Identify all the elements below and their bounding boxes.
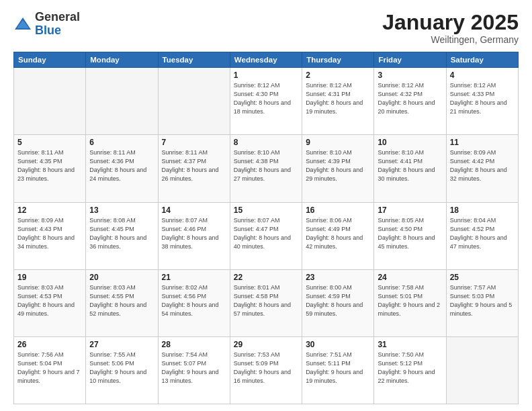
table-row: 4Sunrise: 8:12 AMSunset: 4:33 PMDaylight…: [446, 68, 518, 135]
table-row: [14, 68, 86, 135]
table-row: 24Sunrise: 7:58 AMSunset: 5:01 PMDayligh…: [374, 269, 446, 336]
day-info: Sunrise: 8:11 AMSunset: 4:35 PMDaylight:…: [17, 148, 82, 183]
logo-blue: Blue: [35, 24, 61, 37]
table-row: 20Sunrise: 8:03 AMSunset: 4:55 PMDayligh…: [86, 269, 158, 336]
day-info: Sunrise: 8:11 AMSunset: 4:37 PMDaylight:…: [162, 148, 226, 183]
day-number: 9: [306, 138, 370, 147]
day-info: Sunrise: 8:09 AMSunset: 4:43 PMDaylight:…: [17, 216, 82, 251]
day-number: 4: [450, 71, 515, 80]
day-info: Sunrise: 7:54 AMSunset: 5:07 PMDaylight:…: [162, 351, 226, 385]
day-number: 25: [450, 273, 515, 282]
header-monday: Monday: [86, 52, 158, 68]
calendar-week-row: 26Sunrise: 7:56 AMSunset: 5:04 PMDayligh…: [14, 336, 519, 404]
day-number: 22: [234, 273, 298, 282]
table-row: 22Sunrise: 8:01 AMSunset: 4:58 PMDayligh…: [230, 269, 302, 336]
day-info: Sunrise: 8:09 AMSunset: 4:42 PMDaylight:…: [450, 148, 515, 183]
day-number: 23: [306, 273, 370, 282]
day-info: Sunrise: 8:03 AMSunset: 4:53 PMDaylight:…: [17, 283, 82, 318]
day-info: Sunrise: 8:00 AMSunset: 4:59 PMDaylight:…: [306, 283, 370, 318]
day-info: Sunrise: 8:12 AMSunset: 4:31 PMDaylight:…: [306, 81, 370, 116]
day-info: Sunrise: 8:08 AMSunset: 4:45 PMDaylight:…: [89, 216, 154, 251]
header-tuesday: Tuesday: [158, 52, 230, 68]
day-number: 17: [378, 205, 442, 215]
day-info: Sunrise: 7:56 AMSunset: 5:04 PMDaylight:…: [17, 351, 82, 385]
day-number: 15: [234, 205, 298, 215]
day-info: Sunrise: 8:04 AMSunset: 4:52 PMDaylight:…: [450, 216, 515, 251]
header-saturday: Saturday: [446, 52, 518, 68]
table-row: 5Sunrise: 8:11 AMSunset: 4:35 PMDaylight…: [14, 135, 86, 202]
logo-text: General Blue: [35, 11, 80, 38]
table-row: 14Sunrise: 8:07 AMSunset: 4:46 PMDayligh…: [158, 202, 230, 269]
table-row: 30Sunrise: 7:51 AMSunset: 5:11 PMDayligh…: [302, 336, 374, 404]
day-info: Sunrise: 7:57 AMSunset: 5:03 PMDaylight:…: [450, 283, 515, 318]
table-row: 19Sunrise: 8:03 AMSunset: 4:53 PMDayligh…: [14, 269, 86, 336]
table-row: 18Sunrise: 8:04 AMSunset: 4:52 PMDayligh…: [446, 202, 518, 269]
day-number: 11: [450, 138, 515, 147]
calendar-week-row: 1Sunrise: 8:12 AMSunset: 4:30 PMDaylight…: [14, 68, 519, 135]
day-number: 2: [306, 71, 370, 80]
day-number: 3: [378, 71, 442, 80]
day-number: 1: [234, 71, 298, 80]
day-number: 28: [162, 340, 226, 349]
table-row: 8Sunrise: 8:10 AMSunset: 4:38 PMDaylight…: [230, 135, 302, 202]
table-row: 6Sunrise: 8:11 AMSunset: 4:36 PMDaylight…: [86, 135, 158, 202]
day-number: 31: [378, 340, 442, 349]
logo-icon: [13, 15, 32, 34]
day-info: Sunrise: 8:12 AMSunset: 4:33 PMDaylight:…: [450, 81, 515, 116]
day-info: Sunrise: 7:58 AMSunset: 5:01 PMDaylight:…: [378, 283, 442, 318]
day-number: 21: [162, 273, 226, 282]
day-number: 26: [17, 340, 82, 349]
day-info: Sunrise: 8:12 AMSunset: 4:30 PMDaylight:…: [234, 81, 298, 116]
day-number: 18: [450, 205, 515, 215]
day-number: 6: [89, 138, 154, 147]
day-number: 20: [89, 273, 154, 282]
table-row: 7Sunrise: 8:11 AMSunset: 4:37 PMDaylight…: [158, 135, 230, 202]
title-block: January 2025 Weiltingen, Germany: [382, 11, 519, 45]
table-row: 11Sunrise: 8:09 AMSunset: 4:42 PMDayligh…: [446, 135, 518, 202]
day-number: 7: [162, 138, 226, 147]
header-thursday: Thursday: [302, 52, 374, 68]
table-row: 12Sunrise: 8:09 AMSunset: 4:43 PMDayligh…: [14, 202, 86, 269]
table-row: 31Sunrise: 7:50 AMSunset: 5:12 PMDayligh…: [374, 336, 446, 404]
location: Weiltingen, Germany: [382, 34, 519, 45]
day-number: 16: [306, 205, 370, 215]
table-row: 10Sunrise: 8:10 AMSunset: 4:41 PMDayligh…: [374, 135, 446, 202]
table-row: 13Sunrise: 8:08 AMSunset: 4:45 PMDayligh…: [86, 202, 158, 269]
table-row: 29Sunrise: 7:53 AMSunset: 5:09 PMDayligh…: [230, 336, 302, 404]
calendar-week-row: 19Sunrise: 8:03 AMSunset: 4:53 PMDayligh…: [14, 269, 519, 336]
day-info: Sunrise: 8:01 AMSunset: 4:58 PMDaylight:…: [234, 283, 298, 318]
calendar-week-row: 5Sunrise: 8:11 AMSunset: 4:35 PMDaylight…: [14, 135, 519, 202]
day-number: 19: [17, 273, 82, 282]
table-row: 3Sunrise: 8:12 AMSunset: 4:32 PMDaylight…: [374, 68, 446, 135]
table-row: 28Sunrise: 7:54 AMSunset: 5:07 PMDayligh…: [158, 336, 230, 404]
header-sunday: Sunday: [14, 52, 86, 68]
day-number: 13: [89, 205, 154, 215]
page: General Blue January 2025 Weiltingen, Ge…: [0, 0, 532, 411]
day-info: Sunrise: 8:11 AMSunset: 4:36 PMDaylight:…: [89, 148, 154, 183]
day-info: Sunrise: 7:50 AMSunset: 5:12 PMDaylight:…: [378, 351, 442, 385]
header-wednesday: Wednesday: [230, 52, 302, 68]
day-number: 10: [378, 138, 442, 147]
day-number: 30: [306, 340, 370, 349]
table-row: [86, 68, 158, 135]
table-row: 23Sunrise: 8:00 AMSunset: 4:59 PMDayligh…: [302, 269, 374, 336]
day-info: Sunrise: 8:10 AMSunset: 4:39 PMDaylight:…: [306, 148, 370, 183]
day-info: Sunrise: 7:53 AMSunset: 5:09 PMDaylight:…: [234, 351, 298, 385]
day-info: Sunrise: 8:10 AMSunset: 4:38 PMDaylight:…: [234, 148, 298, 183]
table-row: [158, 68, 230, 135]
day-info: Sunrise: 7:55 AMSunset: 5:06 PMDaylight:…: [89, 351, 154, 385]
day-info: Sunrise: 8:05 AMSunset: 4:50 PMDaylight:…: [378, 216, 442, 251]
day-number: 24: [378, 273, 442, 282]
table-row: 27Sunrise: 7:55 AMSunset: 5:06 PMDayligh…: [86, 336, 158, 404]
table-row: 16Sunrise: 8:06 AMSunset: 4:49 PMDayligh…: [302, 202, 374, 269]
day-info: Sunrise: 8:07 AMSunset: 4:46 PMDaylight:…: [162, 216, 226, 251]
table-row: [446, 336, 518, 404]
table-row: 9Sunrise: 8:10 AMSunset: 4:39 PMDaylight…: [302, 135, 374, 202]
weekday-header-row: Sunday Monday Tuesday Wednesday Thursday…: [14, 52, 519, 68]
table-row: 2Sunrise: 8:12 AMSunset: 4:31 PMDaylight…: [302, 68, 374, 135]
day-info: Sunrise: 8:06 AMSunset: 4:49 PMDaylight:…: [306, 216, 370, 251]
day-number: 12: [17, 205, 82, 215]
header: General Blue January 2025 Weiltingen, Ge…: [13, 11, 519, 45]
table-row: 21Sunrise: 8:02 AMSunset: 4:56 PMDayligh…: [158, 269, 230, 336]
day-number: 29: [234, 340, 298, 349]
